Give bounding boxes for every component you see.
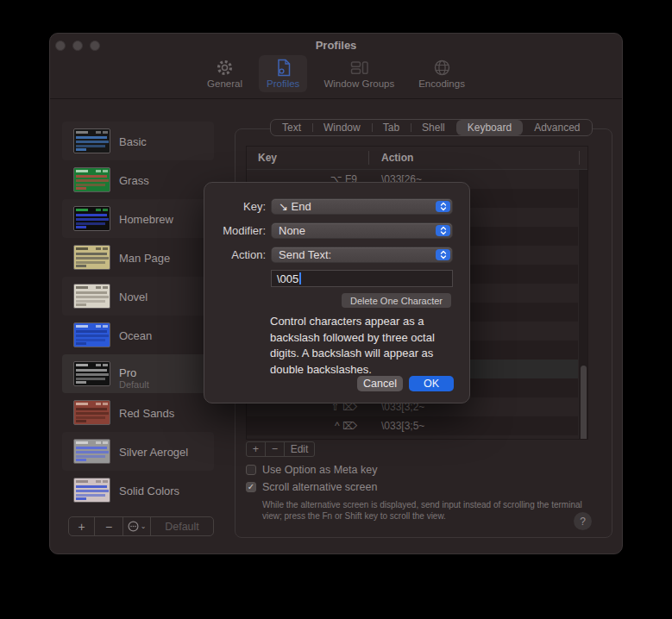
profile-action-menu-button[interactable]: ⌄ xyxy=(123,517,151,535)
tab-window[interactable]: Window xyxy=(312,120,372,135)
key-label: Key: xyxy=(204,200,266,213)
profile-name: Silver Aerogel xyxy=(119,445,188,458)
scrollbar-thumb[interactable] xyxy=(581,366,587,440)
modifier-field-row: Modifier: None xyxy=(204,222,469,239)
profile-row-solid-colors[interactable]: Solid Colors xyxy=(62,471,214,510)
profile-name: Pro xyxy=(119,366,136,379)
gear-icon xyxy=(215,58,235,78)
profile-thumbnail xyxy=(73,400,110,425)
remove-profile-button[interactable]: − xyxy=(95,517,123,535)
profile-name: Novel xyxy=(119,290,148,303)
control-characters-note: Control characters appear as a backslash… xyxy=(270,314,460,378)
profile-row-ocean[interactable]: Ocean xyxy=(62,316,214,354)
ok-button[interactable]: OK xyxy=(409,376,454,391)
action-popup[interactable]: Send Text: xyxy=(271,247,453,263)
table-header: Key Action xyxy=(247,147,587,170)
tab-advanced[interactable]: Advanced xyxy=(523,120,591,135)
set-default-button[interactable]: Default xyxy=(151,517,213,535)
profile-row-homebrew[interactable]: Homebrew xyxy=(62,199,214,238)
profile-name: Red Sands xyxy=(119,406,174,419)
alt-screen-checkbox[interactable]: ✓ xyxy=(246,482,256,492)
action-field-row: Action: Send Text: xyxy=(204,247,469,263)
tab-shell[interactable]: Shell xyxy=(411,120,456,135)
toolbar-item-general[interactable]: General xyxy=(199,55,250,92)
window-title: Profiles xyxy=(50,39,622,52)
action-popup-value: Send Text: xyxy=(279,248,331,261)
toolbar-label: Profiles xyxy=(267,78,299,89)
send-text-input[interactable]: \005 xyxy=(271,270,453,287)
help-button[interactable]: ? xyxy=(574,512,592,530)
profile-thumbnail xyxy=(73,167,110,192)
tab-text[interactable]: Text xyxy=(271,120,312,135)
option-alt-screen: ✓ Scroll alternative screen xyxy=(246,481,377,493)
profile-row-basic[interactable]: Basic xyxy=(62,122,214,160)
edit-mapping-button[interactable]: Edit xyxy=(285,442,314,456)
add-mapping-button[interactable]: + xyxy=(247,442,266,456)
column-divider[interactable] xyxy=(579,151,580,165)
action-cell: \033[3;5~ xyxy=(381,420,424,432)
table-scrollbar[interactable] xyxy=(578,170,587,439)
profile-name: Grass xyxy=(119,173,149,186)
column-header-key: Key xyxy=(258,152,277,164)
alt-screen-label: Scroll alternative screen xyxy=(262,481,377,493)
action-label: Action: xyxy=(204,248,266,261)
remove-mapping-button[interactable]: − xyxy=(266,442,285,456)
profile-list: Basic Grass Homebrew Man Page Novel Ocea… xyxy=(62,122,214,510)
profile-name: Basic xyxy=(119,134,147,147)
profile-list-controls: + − ⌄ Default xyxy=(68,516,214,536)
profile-name: Man Page xyxy=(119,251,170,264)
profile-thumbnail xyxy=(73,206,110,231)
toolbar-item-profiles[interactable]: Profiles xyxy=(259,55,307,92)
profile-row-novel[interactable]: Novel xyxy=(62,277,214,316)
profile-row-man-page[interactable]: Man Page xyxy=(62,238,214,277)
table-row[interactable]: ^ ⌦ \033[3;5~ xyxy=(247,416,587,435)
titlebar: Profiles General Profiles xyxy=(50,34,622,99)
window-groups-icon xyxy=(349,58,369,78)
mapping-controls: + − Edit xyxy=(246,441,315,457)
profile-row-red-sands[interactable]: Red Sands xyxy=(62,393,214,432)
key-popup-value: ↘ End xyxy=(279,200,311,213)
profile-thumbnail xyxy=(73,361,110,386)
table-row[interactable] xyxy=(247,435,587,440)
popup-chevrons-icon xyxy=(436,225,450,236)
chevron-down-icon: ⌄ xyxy=(141,522,147,530)
profile-tabs: Text Window Tab Shell Keyboard Advanced xyxy=(270,119,593,136)
toolbar: General Profiles Window Groups xyxy=(50,55,622,97)
column-header-action: Action xyxy=(381,152,413,164)
profile-thumbnail xyxy=(73,245,110,270)
key-popup[interactable]: ↘ End xyxy=(271,198,453,215)
column-divider[interactable] xyxy=(368,151,369,165)
meta-key-checkbox[interactable] xyxy=(246,465,256,475)
key-field-row: Key: ↘ End xyxy=(204,198,469,215)
text-cursor xyxy=(299,272,301,284)
edit-key-dialog: Key: ↘ End Modifier: None Action: Send T… xyxy=(204,182,470,403)
alt-screen-note: While the alternative screen is displaye… xyxy=(262,499,590,522)
tab-tab[interactable]: Tab xyxy=(372,120,411,135)
profile-thumbnail xyxy=(73,284,110,309)
send-text-value: \005 xyxy=(277,272,298,285)
modifier-popup-value: None xyxy=(279,224,305,237)
profile-row-pro[interactable]: Pro Default xyxy=(62,354,214,393)
add-profile-button[interactable]: + xyxy=(69,517,95,535)
cancel-button[interactable]: Cancel xyxy=(357,376,403,391)
profile-row-silver-aerogel[interactable]: Silver Aerogel xyxy=(62,432,214,471)
profile-thumbnail xyxy=(73,478,110,503)
popup-chevrons-icon xyxy=(436,201,450,212)
delete-one-character-button[interactable]: Delete One Character xyxy=(342,293,451,308)
profile-name: Solid Colors xyxy=(119,484,179,497)
profile-thumbnail xyxy=(73,128,110,153)
toolbar-item-window-groups[interactable]: Window Groups xyxy=(316,55,402,92)
option-meta-key: Use Option as Meta key xyxy=(246,464,377,476)
profile-name: Ocean xyxy=(119,328,152,341)
popup-chevrons-icon xyxy=(436,249,450,260)
meta-key-label: Use Option as Meta key xyxy=(262,464,377,476)
key-cell: ^ ⌦ xyxy=(247,420,357,432)
profile-thumbnail xyxy=(73,439,110,464)
tab-keyboard[interactable]: Keyboard xyxy=(456,120,523,135)
toolbar-item-encodings[interactable]: Encodings xyxy=(411,55,473,92)
profile-name: Homebrew xyxy=(119,212,173,225)
ellipsis-circle-icon xyxy=(128,521,139,532)
profile-row-grass[interactable]: Grass xyxy=(62,160,214,199)
modifier-popup[interactable]: None xyxy=(271,222,453,239)
document-icon xyxy=(273,58,293,78)
